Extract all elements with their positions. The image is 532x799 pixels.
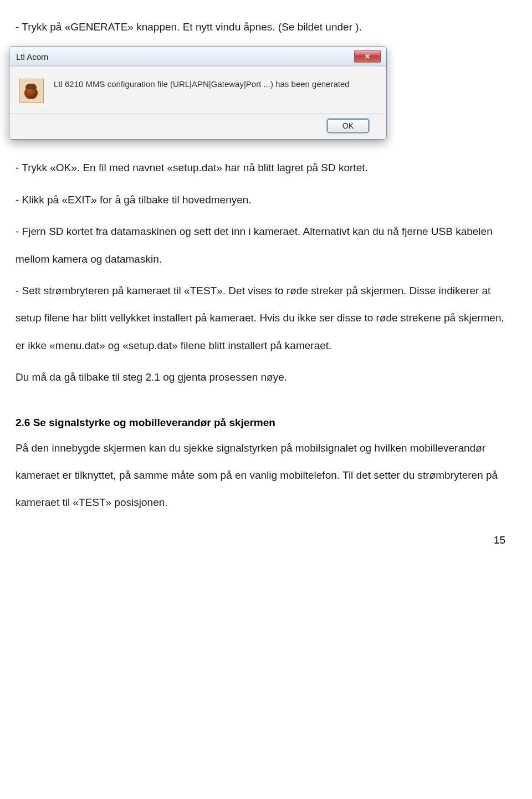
acorn-icon — [19, 79, 44, 103]
document-page: - Trykk på «GENERATE» knappen. Et nytt v… — [0, 0, 532, 573]
page-number: 15 — [16, 521, 505, 546]
dialog-message: Ltl 6210 MMS configuration file (URL|APN… — [54, 79, 350, 90]
close-button[interactable]: ✕ — [354, 50, 381, 63]
intro-line: - Trykk på «GENERATE» knappen. Et nytt v… — [16, 13, 505, 40]
step-retry: Du må da gå tilbake til steg 2.1 og gjen… — [16, 363, 505, 391]
section-2-6-body: På den innebygde skjermen kan du sjekke … — [16, 434, 505, 516]
screenshot-figure: Ltl Acorn ✕ Ltl 6210 MMS configuration f… — [9, 46, 505, 140]
step-exit: - Klikk på «EXIT» for å gå tilbake til h… — [16, 186, 505, 213]
dialog-body: Ltl 6210 MMS configuration file (URL|APN… — [9, 66, 386, 139]
dialog-title: Ltl Acorn — [16, 52, 48, 62]
dialog-window: Ltl Acorn ✕ Ltl 6210 MMS configuration f… — [9, 46, 387, 140]
step-ok: - Trykk «OK». En fil med navnet «setup.d… — [16, 154, 505, 181]
step-remove-sd: - Fjern SD kortet fra datamaskinen og se… — [16, 218, 505, 273]
close-icon: ✕ — [365, 53, 370, 60]
ok-button[interactable]: OK — [328, 119, 369, 132]
section-2-6-heading: 2.6 Se signalstyrke og mobilleverandør p… — [16, 417, 505, 429]
dialog-button-row: OK — [19, 114, 376, 132]
step-test: - Sett strømbryteren på kameraet til «TE… — [16, 277, 505, 359]
dialog-message-row: Ltl 6210 MMS configuration file (URL|APN… — [19, 79, 376, 103]
dialog-titlebar: Ltl Acorn ✕ — [9, 47, 386, 66]
